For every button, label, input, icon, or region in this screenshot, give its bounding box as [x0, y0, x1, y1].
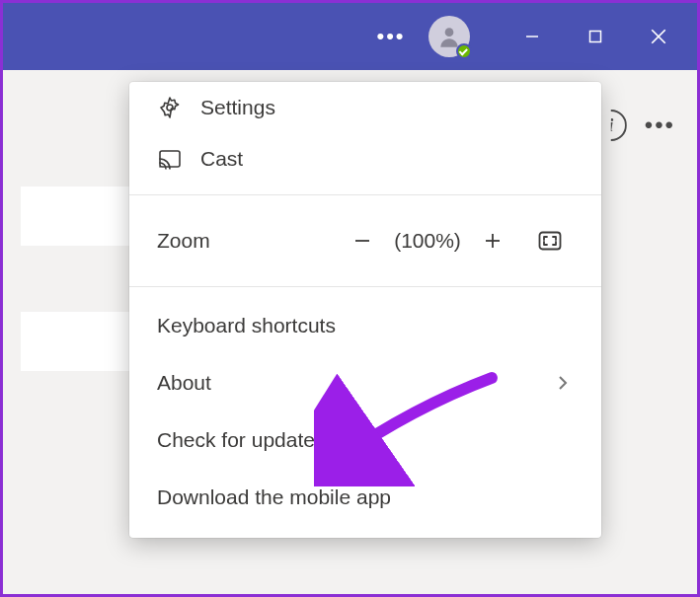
zoom-controls: Zoom (100%) [129, 205, 601, 276]
menu-label: Cast [200, 147, 574, 171]
svg-rect-2 [590, 32, 601, 42]
menu-label: Settings [200, 96, 574, 119]
chevron-right-icon [552, 374, 574, 392]
menu-item-cast[interactable]: Cast [129, 133, 601, 185]
svg-rect-10 [540, 233, 561, 250]
menu-label: Check for updates [157, 428, 574, 452]
close-button[interactable] [630, 13, 687, 60]
menu-label: About [157, 371, 534, 395]
maximize-button[interactable] [567, 13, 624, 60]
menu-item-keyboard-shortcuts[interactable]: Keyboard shortcuts [129, 297, 601, 354]
list-item[interactable] [21, 312, 129, 371]
menu-label: Keyboard shortcuts [157, 314, 574, 337]
gear-icon [157, 95, 183, 120]
divider [129, 286, 601, 287]
user-avatar[interactable] [428, 16, 470, 57]
titlebar: ••• [3, 3, 697, 70]
more-options-button[interactable]: ••• [369, 15, 413, 58]
divider [129, 194, 601, 195]
svg-point-0 [445, 28, 454, 37]
zoom-label: Zoom [157, 229, 339, 253]
zoom-in-button[interactable] [469, 221, 516, 261]
menu-item-settings[interactable]: Settings [129, 82, 601, 133]
fullscreen-button[interactable] [526, 221, 574, 261]
presence-available-icon [456, 43, 472, 59]
menu-item-check-updates[interactable]: Check for updates [129, 411, 601, 469]
cast-icon [157, 146, 183, 172]
page-more-button[interactable]: ••• [645, 112, 675, 139]
menu-label: Download the mobile app [157, 485, 574, 509]
zoom-percentage: (100%) [386, 229, 469, 253]
overflow-menu: Settings Cast Zoom (100%) Keyboard short… [129, 82, 601, 538]
menu-item-download-mobile[interactable]: Download the mobile app [129, 469, 601, 526]
zoom-out-button[interactable] [339, 221, 386, 261]
sidebar [3, 86, 21, 594]
menu-item-about[interactable]: About [129, 354, 601, 411]
list-item[interactable] [21, 187, 129, 246]
minimize-button[interactable] [504, 13, 561, 60]
